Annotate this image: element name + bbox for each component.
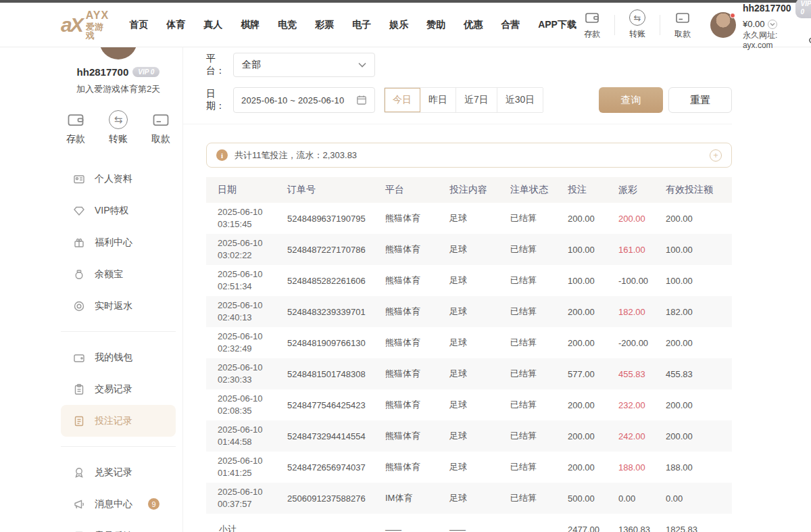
sidebar-item-yuebao[interactable]: 余额宝 bbox=[61, 258, 176, 290]
sidebar-item-transactions[interactable]: 交易记录 bbox=[61, 373, 176, 405]
cell-order-no: 5248485282261606 bbox=[287, 276, 385, 286]
sidebar-item-profile[interactable]: 个人资料 bbox=[61, 163, 176, 195]
nav-item[interactable]: APP下载 bbox=[538, 19, 576, 31]
date-range-input[interactable]: 2025-06-10 ~ 2025-06-10 bbox=[233, 87, 375, 113]
user-avatar[interactable] bbox=[710, 12, 736, 38]
date-quick-button[interactable]: 近30日 bbox=[497, 88, 543, 112]
query-button[interactable]: 查询 bbox=[599, 87, 663, 113]
nav-item[interactable]: 优惠 bbox=[464, 19, 483, 31]
sidebar-item-label: 我的钱包 bbox=[95, 352, 132, 364]
id-card-icon bbox=[73, 173, 85, 185]
cell-status: 已结算 bbox=[510, 368, 568, 380]
cell-date: 2025-06-1003:15:45 bbox=[206, 206, 287, 231]
reset-button[interactable]: 重置 bbox=[668, 87, 732, 113]
cell-status: 已结算 bbox=[510, 492, 568, 504]
date-label: 日期： bbox=[206, 88, 233, 112]
nav-item[interactable]: 娱乐 bbox=[389, 19, 408, 31]
cell-valid-amount: 455.83 bbox=[666, 369, 732, 379]
sidebar-transfer-button[interactable]: ⇆ 转账 bbox=[109, 110, 128, 145]
sidebar-item-label: 投注记录 bbox=[95, 415, 132, 427]
cell-valid-amount: 200.00 bbox=[666, 214, 732, 224]
cell-platform: 熊猫体育 bbox=[385, 274, 449, 287]
sidebar-item-label: 交易记录 bbox=[95, 383, 132, 395]
cell-status: 已结算 bbox=[510, 337, 568, 349]
notification-dot bbox=[730, 13, 735, 18]
cell-platform: 熊猫体育 bbox=[385, 368, 449, 380]
column-header: 注单状态 bbox=[510, 184, 568, 196]
nav-item[interactable]: 棋牌 bbox=[241, 19, 260, 31]
gift-icon bbox=[73, 237, 85, 249]
cell-payout: 161.00 bbox=[618, 245, 666, 255]
nav-item[interactable]: 赞助 bbox=[426, 19, 445, 31]
feedback-note-icon bbox=[73, 530, 85, 532]
platform-filter-row: 平台： 全部 bbox=[206, 53, 732, 77]
permanent-url-label: 永久网址: ayx.com bbox=[743, 30, 806, 51]
nav-item[interactable]: 体育 bbox=[166, 19, 185, 31]
subtotal-content-dash: —— bbox=[449, 525, 510, 532]
sidebar: hh2817700 VIP 0 加入爱游戏体育第2天 存款 ⇆ 转账 取款 个人… bbox=[0, 47, 183, 532]
sidebar-item-messages[interactable]: 消息中心 9 bbox=[61, 488, 176, 520]
bet-records-table: 日期订单号平台投注内容注单状态投注派彩有效投注额 2025-06-1003:15… bbox=[206, 177, 732, 532]
cell-status: 已结算 bbox=[510, 306, 568, 318]
cell-status: 已结算 bbox=[510, 212, 568, 224]
nav-item[interactable]: 首页 bbox=[129, 19, 148, 31]
cell-valid-amount: 200.00 bbox=[666, 338, 732, 348]
nav-item[interactable]: 真人 bbox=[203, 19, 222, 31]
date-quick-button[interactable]: 近7日 bbox=[456, 88, 497, 112]
nav-item[interactable]: 彩票 bbox=[315, 19, 334, 31]
sidebar-deposit-button[interactable]: 存款 bbox=[66, 110, 85, 145]
nav-item[interactable]: 电竞 bbox=[278, 19, 297, 31]
wallet-icon bbox=[73, 352, 85, 364]
cell-order-no: 5248481501748308 bbox=[287, 369, 385, 379]
cell-bet-amount: 200.00 bbox=[568, 307, 618, 317]
sidebar-menu: 个人资料 VIP特权 福利中心 余额宝 实时返水 我的钱包 bbox=[61, 163, 176, 532]
date-quick-button[interactable]: 今日 bbox=[385, 88, 420, 112]
medal-icon bbox=[73, 466, 85, 479]
subtotal-bet: 2477.00 bbox=[568, 525, 618, 532]
cell-status: 已结算 bbox=[510, 430, 568, 442]
cell-bet-content: 足球 bbox=[449, 243, 510, 256]
sidebar-item-vip[interactable]: VIP特权 bbox=[61, 195, 176, 226]
sidebar-item-wallet[interactable]: 我的钱包 bbox=[61, 341, 176, 373]
cell-payout: -200.00 bbox=[618, 338, 666, 348]
cell-order-no: 5248489637190795 bbox=[287, 214, 385, 224]
nav-item[interactable]: 合营 bbox=[501, 19, 520, 31]
deposit-button[interactable]: 存款 bbox=[576, 9, 608, 40]
platform-select[interactable]: 全部 bbox=[233, 53, 375, 77]
magnifier-icon[interactable] bbox=[808, 37, 811, 45]
withdraw-button[interactable]: 取款 bbox=[667, 9, 698, 40]
transfer-button[interactable]: ⇆ 转账 bbox=[622, 9, 653, 40]
sidebar-username: hh2817700 bbox=[77, 66, 129, 78]
deposit-label: 存款 bbox=[584, 28, 600, 40]
sidebar-item-label: VIP特权 bbox=[95, 205, 129, 217]
cell-order-no: 5248472656974037 bbox=[287, 462, 385, 473]
cell-date: 2025-06-1002:40:13 bbox=[206, 299, 287, 324]
sidebar-item-welfare[interactable]: 福利中心 bbox=[61, 226, 176, 258]
cell-valid-amount: 200.00 bbox=[666, 400, 732, 410]
cell-bet-amount: 200.00 bbox=[568, 214, 618, 224]
cell-date: 2025-06-1002:08:35 bbox=[206, 393, 287, 417]
cell-bet-amount: 500.00 bbox=[568, 493, 618, 504]
summary-text: 共计11笔投注，流水：2,303.83 bbox=[235, 149, 357, 162]
cell-payout: 182.00 bbox=[618, 307, 666, 317]
chevron-down-icon bbox=[358, 62, 366, 68]
site-logo[interactable]: aX AYX 爱游戏 bbox=[61, 10, 109, 40]
balance-refresh-chevron-icon[interactable] bbox=[768, 20, 777, 29]
info-icon: i bbox=[216, 149, 228, 161]
nav-item[interactable]: 电子 bbox=[352, 19, 371, 31]
table-row: 2025-06-1002:30:335248481501748308熊猫体育足球… bbox=[206, 358, 732, 389]
sidebar-item-feedback[interactable]: 意见反馈 bbox=[61, 520, 176, 532]
plus-circle-icon[interactable]: + bbox=[710, 149, 722, 162]
date-quick-button[interactable]: 昨日 bbox=[420, 88, 456, 112]
sidebar-item-label: 福利中心 bbox=[95, 237, 132, 249]
sidebar-item-bet-records[interactable]: 投注记录 bbox=[61, 405, 176, 437]
date-filter-row: 日期： 2025-06-10 ~ 2025-06-10 今日昨日近7日近30日 … bbox=[206, 87, 732, 113]
sidebar-item-label: 余额宝 bbox=[95, 268, 123, 281]
table-row: 2025-06-1003:02:225248487227170786熊猫体育足球… bbox=[206, 234, 732, 265]
sidebar-withdraw-button[interactable]: 取款 bbox=[151, 110, 170, 145]
vip-badge: VIP 0 bbox=[795, 0, 811, 18]
sidebar-item-redeem[interactable]: 兑奖记录 bbox=[61, 456, 176, 488]
sidebar-item-rebate[interactable]: 实时返水 bbox=[61, 290, 176, 322]
table-header-row: 日期订单号平台投注内容注单状态投注派彩有效投注额 bbox=[206, 177, 732, 203]
cell-status: 已结算 bbox=[510, 399, 568, 411]
